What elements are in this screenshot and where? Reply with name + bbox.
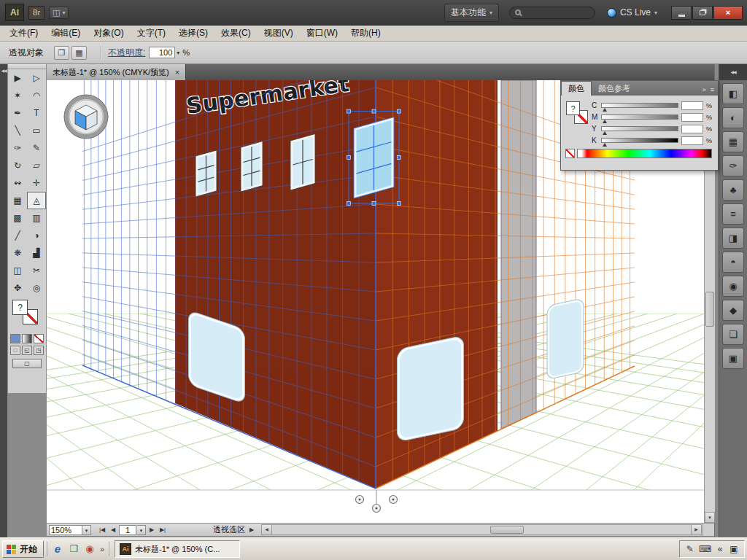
lower-window-far-right[interactable] (547, 298, 584, 380)
selection-handle[interactable] (398, 155, 401, 159)
type-tool[interactable]: T (27, 104, 46, 122)
slider-thumb-icon[interactable] (603, 120, 607, 123)
pen-tablet-icon[interactable]: ✎ (685, 544, 695, 554)
menu-item[interactable]: 效果(C) (214, 26, 258, 41)
left-dock-collapse[interactable]: ◀◀ (0, 64, 7, 537)
last-artboard-button[interactable]: ▶| (158, 525, 168, 535)
more-chevron-icon[interactable]: » (98, 542, 106, 556)
arrange-documents-button[interactable]: ◫ ▾ (49, 7, 69, 19)
tray-chevron-icon[interactable]: « (715, 544, 725, 554)
perspective-selection-tool[interactable]: ◬ (27, 192, 46, 209)
slider-thumb-icon[interactable] (603, 108, 607, 112)
none-mode-button[interactable] (34, 334, 44, 343)
pencil-tool[interactable]: ✎ (27, 139, 46, 157)
lower-window-right[interactable] (398, 335, 464, 442)
eyedropper-tool[interactable]: ╱ (8, 227, 27, 244)
draw-mode-1-button[interactable]: □ (10, 346, 20, 355)
artboard-tool[interactable]: ◫ (8, 262, 27, 279)
bridge-button[interactable]: Br (28, 6, 44, 20)
scale-tool[interactable]: ▱ (27, 157, 46, 174)
minimize-button[interactable] (671, 6, 692, 20)
plane-switcher-widget[interactable] (64, 95, 108, 139)
swatches-icon[interactable]: ▦ (722, 131, 744, 152)
window[interactable] (241, 141, 263, 192)
restore-button[interactable] (692, 6, 713, 20)
tab-close-icon[interactable]: × (175, 68, 179, 77)
workspace-switcher[interactable]: 基本功能 ▾ (444, 4, 499, 22)
layers-icon[interactable]: ❏ (722, 324, 744, 345)
stroke-icon[interactable]: ≡ (722, 203, 744, 225)
close-button[interactable]: × (713, 6, 743, 20)
document-tab[interactable]: 未标题-1* @ 150% (CMYK/预览) × (47, 64, 186, 80)
start-button[interactable]: 开始 (2, 540, 44, 558)
selection-handle[interactable] (398, 109, 401, 113)
direct-selection-tool[interactable]: ▷ (27, 69, 46, 87)
artboard-number-input[interactable]: 1 (119, 525, 136, 535)
zoom-level[interactable]: 150% (49, 525, 82, 535)
rotate-tool[interactable]: ↻ (8, 157, 27, 174)
grid-plane-icon[interactable]: ▦ (71, 46, 87, 60)
menu-item[interactable]: 选择(S) (172, 26, 214, 41)
zoom-tool[interactable]: ◎ (27, 279, 46, 297)
magic-wand-tool[interactable]: ✶ (8, 87, 27, 104)
tab-color[interactable]: 颜色 (561, 81, 592, 96)
dock-collapse[interactable]: ◀◀ (719, 64, 747, 80)
selection-handle[interactable] (372, 202, 376, 206)
rectangle-tool[interactable]: ▭ (27, 122, 46, 139)
panel-collapse-icon[interactable]: » (703, 86, 706, 93)
channel-slider[interactable] (601, 138, 678, 143)
first-artboard-button[interactable]: |◀ (97, 525, 107, 535)
menu-item[interactable]: 窗口(W) (300, 26, 344, 41)
opacity-dropdown-icon[interactable]: ▾ (177, 50, 179, 56)
window[interactable] (290, 133, 315, 190)
selection-handle[interactable] (347, 109, 351, 113)
line-segment-tool[interactable]: ╲ (8, 122, 27, 139)
selection-handle[interactable] (398, 202, 401, 206)
graphic-styles-icon[interactable]: ◆ (722, 300, 744, 321)
slice-tool[interactable]: ✂ (27, 262, 46, 279)
panel-menu-icon[interactable]: ≡ (711, 86, 714, 93)
channel-value-input[interactable] (681, 125, 703, 133)
scroll-down-icon[interactable]: ▼ (705, 512, 715, 523)
channel-slider[interactable] (601, 114, 678, 120)
slider-thumb-icon[interactable] (603, 143, 607, 147)
opacity-input[interactable]: 100 (149, 47, 175, 58)
keyboard-icon[interactable]: ⌨ (699, 544, 711, 554)
draw-mode-3-button[interactable]: ◳ (34, 346, 44, 355)
horizontal-scroll-thumb[interactable] (490, 526, 524, 534)
desktop-icon[interactable]: ❒ (66, 542, 81, 556)
menu-item[interactable]: 文字(T) (131, 26, 172, 41)
panel-fill-swatch[interactable]: ? (566, 101, 580, 115)
symbol-sprayer-tool[interactable]: ❋ (8, 244, 27, 262)
gradient-icon[interactable]: ◨ (722, 228, 744, 249)
lasso-tool[interactable]: ◠ (27, 87, 46, 104)
scroll-left-icon[interactable]: ◀ (262, 525, 272, 534)
channel-value-input[interactable] (681, 113, 703, 122)
none-swatch[interactable] (565, 149, 575, 158)
ime-icon[interactable]: ▣ (729, 544, 739, 554)
brushes-icon[interactable]: ✑ (722, 155, 744, 176)
fill-stroke-proxy[interactable]: ? (8, 298, 46, 332)
column-graph-tool[interactable]: ▟ (27, 244, 46, 262)
fill-swatch[interactable]: ? (12, 300, 28, 315)
channel-slider[interactable] (601, 103, 678, 108)
blend-tool[interactable]: ◑ (27, 227, 46, 244)
transparency-icon[interactable]: ◓ (722, 252, 744, 273)
selection-handle[interactable] (372, 109, 376, 113)
channel-value-input[interactable] (681, 136, 703, 145)
menu-item[interactable]: 对象(O) (87, 26, 130, 41)
opacity-link[interactable]: 不透明度: (108, 47, 145, 59)
channel-slider[interactable] (601, 126, 678, 131)
color-guide-icon[interactable]: ◧ (722, 83, 744, 104)
navigator-icon[interactable]: ◐ (722, 107, 744, 128)
gray-wall[interactable] (501, 80, 536, 429)
window[interactable] (196, 150, 217, 197)
hand-tool[interactable]: ✥ (8, 279, 27, 297)
menu-item[interactable]: 编辑(E) (44, 26, 87, 41)
ie-icon[interactable]: e (50, 542, 65, 556)
artboard-dropdown-icon[interactable]: ▾ (137, 525, 146, 535)
gradient-tool[interactable]: ▥ (27, 209, 46, 227)
cs-live-button[interactable]: CS Live ▾ (607, 7, 657, 18)
scroll-right-icon[interactable]: ▶ (691, 525, 701, 534)
channel-value-input[interactable] (681, 101, 703, 110)
